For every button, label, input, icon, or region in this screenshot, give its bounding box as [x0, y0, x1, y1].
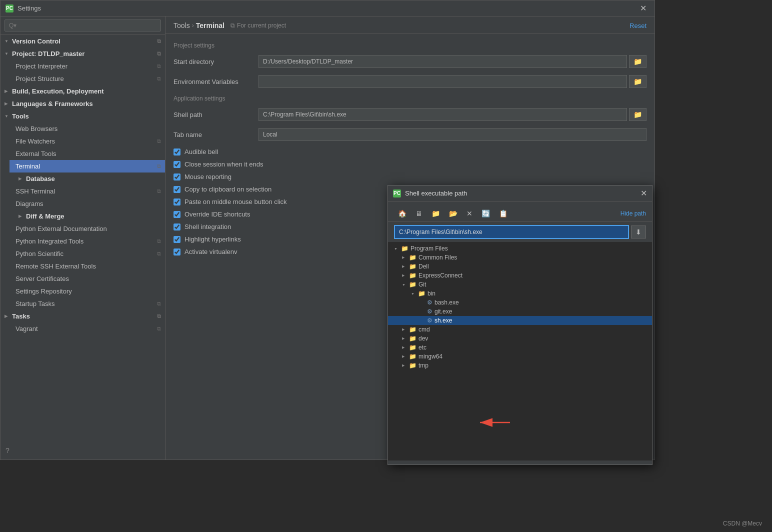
- open-folder-button[interactable]: 📂: [445, 208, 462, 220]
- start-directory-browse-button[interactable]: 📁: [629, 55, 646, 68]
- sidebar-item-ssh-terminal[interactable]: SSH Terminal ⧉: [10, 185, 165, 198]
- sidebar-item-label: Languages & Frameworks: [12, 100, 93, 108]
- sidebar-item-server-certs[interactable]: Server Certificates: [10, 272, 165, 285]
- checkbox-1[interactable]: [174, 161, 180, 168]
- sidebar-item-python-integrated-tools[interactable]: Python Integrated Tools ⧉: [10, 235, 165, 248]
- sidebar-item-label: Remote SSH External Tools: [16, 262, 96, 270]
- sidebar-item-startup-tasks[interactable]: Startup Tasks ⧉: [10, 298, 165, 310]
- env-variables-browse-button[interactable]: 📁: [629, 75, 646, 88]
- sidebar-item-languages[interactable]: Languages & Frameworks: [0, 98, 165, 110]
- tab-name-label: Tab name: [174, 131, 254, 138]
- tree-item[interactable]: 📁 Common Files: [388, 253, 652, 262]
- shell-path-input[interactable]: [258, 108, 627, 121]
- env-variables-input-wrap: 📁: [258, 75, 646, 88]
- sidebar-item-label: Tools: [12, 112, 29, 120]
- tools-children: Web Browsers File Watchers ⧉ External To…: [0, 122, 165, 310]
- tree-item[interactable]: 📁 etc: [388, 343, 652, 352]
- tree-item[interactable]: ⚙ sh.exe: [388, 316, 652, 325]
- env-variables-input[interactable]: [258, 75, 627, 88]
- home-button[interactable]: 🏠: [394, 208, 410, 220]
- app-settings-label: Application settings: [174, 95, 646, 102]
- sidebar-item-python-ext-docs[interactable]: Python External Documentation: [10, 222, 165, 235]
- copy-icon: ⧉: [157, 76, 161, 82]
- close-button[interactable]: ✕: [637, 2, 650, 14]
- hide-path-button[interactable]: Hide path: [620, 210, 646, 217]
- copy-path-button[interactable]: 📋: [495, 208, 512, 220]
- sidebar-item-tasks[interactable]: Tasks ⧉: [0, 310, 165, 322]
- help-button[interactable]: ?: [6, 446, 10, 454]
- new-folder-button[interactable]: 📁: [428, 208, 444, 220]
- copy-icon: ⧉: [157, 326, 161, 332]
- path-input[interactable]: [394, 225, 629, 239]
- tree-item[interactable]: 📁 ExpressConnect: [388, 271, 652, 280]
- tree-item-label: Git: [418, 281, 426, 288]
- checkbox-2[interactable]: [174, 174, 180, 180]
- tree-item[interactable]: 📁 Git: [388, 280, 652, 289]
- tree-item[interactable]: 📁 cmd: [388, 325, 652, 334]
- sidebar-item-database[interactable]: Database: [10, 172, 165, 185]
- sidebar-item-label: Python Integrated Tools: [16, 238, 84, 245]
- sidebar-item-build[interactable]: Build, Execution, Deployment: [0, 85, 165, 98]
- sidebar-item-label: Project: DTLDP_master: [12, 50, 84, 58]
- sidebar-item-label: Project Structure: [16, 75, 64, 82]
- sidebar-item-settings-repo[interactable]: Settings Repository: [10, 285, 165, 298]
- checkbox-3[interactable]: [174, 186, 180, 193]
- sidebar-item-diff-merge[interactable]: Diff & Merge: [10, 210, 165, 222]
- sidebar-item-vagrant[interactable]: Vagrant ⧉: [10, 322, 165, 335]
- shell-path-browse-button[interactable]: 📁: [629, 108, 646, 121]
- tree-item-label: bash.exe: [434, 299, 459, 306]
- tree-item[interactable]: ⚙ git.exe: [388, 307, 652, 316]
- checkbox-row: Mouse reporting: [174, 173, 646, 180]
- tree-item[interactable]: 📁 dev: [388, 334, 652, 343]
- sidebar-item-file-watchers[interactable]: File Watchers ⧉: [10, 135, 165, 148]
- sidebar-item-project-structure[interactable]: Project Structure ⧉: [10, 72, 165, 85]
- tree-item-label: git.exe: [434, 308, 452, 315]
- tree-item-label: cmd: [418, 326, 430, 333]
- start-directory-input[interactable]: [258, 55, 627, 68]
- reset-button[interactable]: Reset: [630, 22, 646, 30]
- tree-item[interactable]: 📁 Dell: [388, 262, 652, 271]
- dialog-close-button[interactable]: ✕: [640, 188, 647, 198]
- checkbox-7[interactable]: [174, 236, 180, 243]
- tree-item[interactable]: 📁 Program Files: [388, 244, 652, 253]
- sidebar-item-terminal[interactable]: Terminal ⧉: [10, 160, 165, 172]
- checkbox-8[interactable]: [174, 248, 180, 256]
- desktop-button[interactable]: 🖥: [412, 208, 426, 220]
- copy-icon: ⧉: [157, 238, 161, 244]
- checkbox-5[interactable]: [174, 211, 180, 218]
- folder-icon: 📁: [401, 245, 408, 252]
- sidebar-item-diagrams[interactable]: Diagrams: [10, 198, 165, 210]
- refresh-button[interactable]: 🔄: [478, 208, 494, 220]
- download-button[interactable]: ⬇: [631, 226, 646, 238]
- sidebar-item-label: Build, Execution, Deployment: [12, 88, 104, 95]
- tab-name-input[interactable]: [258, 128, 646, 141]
- copy-icon: ⧉: [157, 313, 161, 320]
- sidebar-item-tools-group[interactable]: Tools: [0, 110, 165, 122]
- sidebar-item-version-control[interactable]: Version Control ⧉: [0, 35, 165, 48]
- expand-icon: [4, 89, 10, 94]
- sidebar-item-remote-ssh[interactable]: Remote SSH External Tools: [10, 260, 165, 272]
- sidebar-item-web-browsers[interactable]: Web Browsers: [10, 122, 165, 135]
- search-input[interactable]: [4, 20, 161, 32]
- sidebar: Version Control ⧉ Project: DTLDP_master …: [0, 16, 166, 460]
- delete-button[interactable]: ✕: [462, 208, 476, 220]
- tree-item[interactable]: 📁 bin: [388, 289, 652, 298]
- expand-icon: [18, 214, 24, 218]
- tree-item[interactable]: ⚙ bash.exe: [388, 298, 652, 307]
- tree-item[interactable]: 📁 mingw64: [388, 352, 652, 361]
- tasks-children: Vagrant ⧉: [0, 322, 165, 335]
- tree-item-label: etc: [418, 344, 426, 351]
- tree-item[interactable]: 📁 tmp: [388, 361, 652, 370]
- sidebar-item-python-scientific[interactable]: Python Scientific ⧉: [10, 248, 165, 260]
- checkbox-6[interactable]: [174, 224, 180, 230]
- checkbox-4[interactable]: [174, 198, 180, 206]
- sidebar-item-external-tools[interactable]: External Tools: [10, 148, 165, 160]
- expand-icon: [4, 102, 10, 106]
- checkbox-label: Activate virtualenv: [184, 248, 238, 256]
- sidebar-item-label: Web Browsers: [16, 125, 58, 132]
- checkbox-label: Mouse reporting: [184, 173, 232, 180]
- sidebar-item-project-interpreter[interactable]: Project Interpreter ⧉: [10, 60, 165, 72]
- checkbox-0[interactable]: [174, 148, 180, 156]
- sidebar-item-project[interactable]: Project: DTLDP_master ⧉: [0, 48, 165, 60]
- arrow-svg: [475, 415, 515, 430]
